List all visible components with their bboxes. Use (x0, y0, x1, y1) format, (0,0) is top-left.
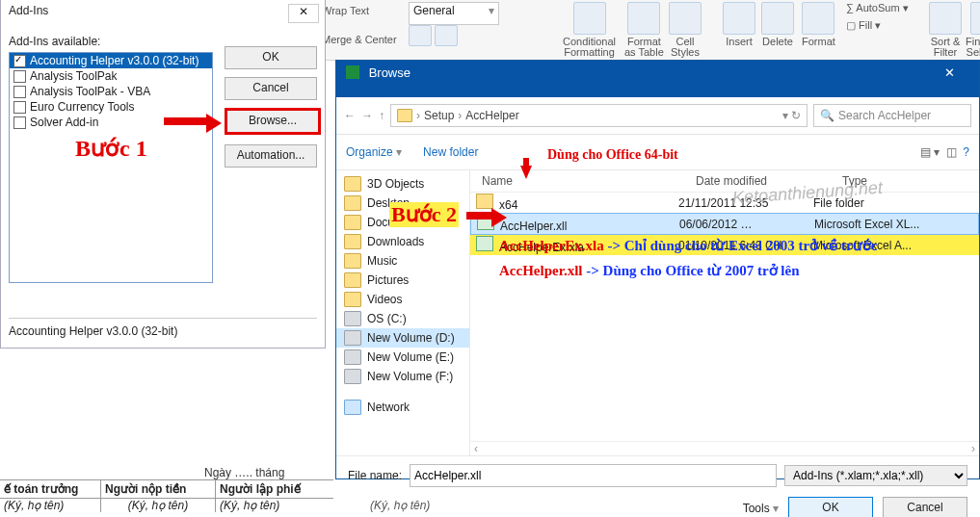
addins-title: Add-Ins ✕ (1, 0, 325, 29)
folder-icon (344, 195, 361, 211)
addin-description: Accounting Helper v3.0.0 (32-bit) (9, 318, 317, 338)
back-icon[interactable]: ← (344, 109, 356, 122)
search-input[interactable]: 🔍Search AccHelper (813, 104, 971, 127)
arrow-icon (466, 212, 491, 220)
tree-item[interactable]: Videos (336, 290, 469, 309)
checkbox[interactable] (13, 101, 26, 114)
tree-item[interactable]: 3D Objects (336, 174, 469, 194)
arrow-down-icon (520, 166, 532, 179)
checkbox[interactable] (13, 116, 26, 129)
format-cells[interactable]: Format (796, 2, 841, 47)
addins-dialog: Add-Ins ✕ Add-Ins available: Accounting … (0, 0, 326, 349)
merge-center[interactable]: Merge & Center (322, 33, 397, 46)
bg-sig-extra: (Ký, họ tên) (370, 499, 430, 512)
address-bar[interactable]: ›Setup ›AccHelper ▾ ↻ (390, 104, 808, 127)
addin-item[interactable]: Analysis ToolPak - VBA (10, 84, 212, 99)
tree-item[interactable]: OS (C:) (336, 309, 469, 328)
excel-icon (346, 65, 359, 79)
cancel-button[interactable]: Cancel (883, 497, 967, 517)
file-filter-combo[interactable]: Add-Ins (*.xlam;*.xla;*.xll) (784, 465, 967, 486)
checkbox[interactable] (13, 70, 26, 83)
tools-menu[interactable]: Tools ▾ (743, 502, 779, 515)
folder-icon (476, 194, 493, 209)
close-icon[interactable]: ✕ (929, 65, 969, 85)
fill[interactable]: ▢ Fill ▾ (846, 19, 881, 32)
delete-cells[interactable]: Delete (755, 2, 800, 47)
annotation-x64: Dùng cho Office 64-bit (547, 147, 678, 163)
tree-item[interactable]: Downloads (336, 232, 469, 251)
up-icon[interactable]: ↑ (379, 109, 384, 122)
arrow-icon (164, 117, 206, 125)
filename-input[interactable] (410, 464, 777, 487)
wrap-text[interactable]: Wrap Text (322, 4, 369, 17)
tree-item[interactable]: Pictures (336, 271, 469, 290)
drive-icon (344, 330, 361, 346)
tree-item[interactable]: New Volume (F:) (336, 367, 469, 386)
conditional-formatting[interactable]: Conditional Formatting (557, 2, 622, 58)
filename-label: File name: (348, 469, 402, 482)
net-icon (344, 400, 361, 415)
number-format-combo[interactable]: General▾ (409, 2, 499, 25)
annotation-line2: AccHelper.xll -> Dùng cho Office từ 2007… (499, 262, 800, 279)
drive-icon (344, 369, 361, 384)
checkbox[interactable] (13, 55, 26, 67)
bg-sig-row: (Ký, họ tên) (Ký, họ tên) (Ký, họ tên) (0, 499, 333, 512)
folder-icon (344, 234, 361, 249)
view-icon[interactable]: ▤ ▾ (920, 145, 940, 159)
folder-icon (344, 253, 361, 269)
excel-file-icon (476, 236, 493, 251)
annotation-line1: AccHelperEx.xla -> Chỉ dùng cho từ Excel… (499, 237, 877, 254)
ok-button[interactable]: OK (225, 46, 317, 69)
tree-item[interactable]: New Volume (D:) (336, 328, 469, 348)
folder-icon (397, 109, 412, 122)
folder-icon (344, 292, 361, 307)
addins-list[interactable]: Accounting Helper v3.0.0 (32-bit)Analysi… (9, 52, 213, 283)
annotation-step2: Bước 2 (389, 202, 459, 227)
addin-item[interactable]: Accounting Helper v3.0.0 (32-bit) (10, 53, 212, 68)
bg-header-row: ế toán trưởng Người nộp tiền Người lập p… (0, 479, 333, 499)
tree-item[interactable]: New Volume (E:) (336, 348, 469, 367)
preview-icon[interactable]: ◫ (946, 145, 957, 159)
drive-icon (344, 311, 361, 326)
folder-icon (344, 215, 361, 230)
folder-icon (344, 272, 361, 288)
percent-icon[interactable] (435, 25, 458, 46)
tree-item[interactable]: Network (336, 398, 469, 417)
drive-icon (344, 349, 361, 365)
file-list-header: Name Date modified Type (470, 170, 979, 193)
addin-item[interactable]: Euro Currency Tools (10, 99, 212, 115)
checkbox[interactable] (13, 86, 26, 98)
format-as-table[interactable]: Format as Table (619, 2, 670, 58)
find-select[interactable]: Find & Select (960, 2, 980, 58)
file-row[interactable]: AccHelper.xll06/06/2012 …Microsoft Excel… (470, 213, 979, 235)
browse-button[interactable]: Browse... (225, 108, 321, 135)
cell-styles[interactable]: Cell Styles (663, 2, 707, 58)
excel-ribbon: Wrap Text Merge & Center General▾ Condit… (318, 0, 980, 61)
help-icon[interactable]: ? (963, 145, 969, 159)
close-icon[interactable]: ✕ (288, 4, 319, 23)
open-ok-button[interactable]: OK (788, 497, 873, 517)
file-row[interactable]: x6421/11/2011 12:35File folder (470, 193, 979, 213)
bg-date: Ngày ….. tháng (204, 466, 284, 479)
currency-icon[interactable] (409, 25, 432, 46)
folder-icon (344, 176, 361, 192)
addin-item[interactable]: Analysis ToolPak (10, 68, 212, 84)
browse-title: Browse ✕ (336, 61, 979, 97)
file-list[interactable]: Name Date modified Type x6421/11/2011 12… (470, 170, 979, 455)
tree-item[interactable]: Music (336, 251, 469, 271)
new-folder-button[interactable]: New folder (423, 145, 478, 159)
autosum[interactable]: ∑ AutoSum ▾ (846, 2, 909, 14)
annotation-step1: Bước 1 (75, 135, 147, 162)
forward-icon[interactable]: → (361, 109, 373, 122)
cancel-button[interactable]: Cancel (225, 77, 317, 100)
organize-menu[interactable]: Organize ▾ (346, 145, 402, 159)
automation-button[interactable]: Automation... (225, 144, 317, 168)
